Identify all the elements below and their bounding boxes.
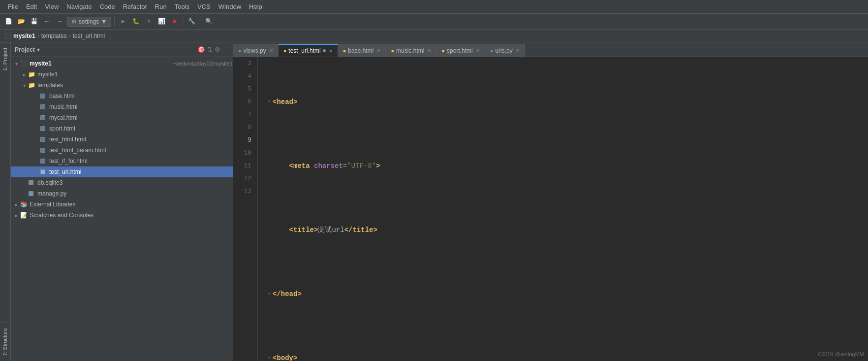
search-btn[interactable]: 🔍 (203, 16, 214, 27)
tab-project[interactable]: 1: Project (0, 42, 10, 75)
tree-item-external-libs[interactable]: ▸ 📚 External Libraries (11, 199, 233, 210)
tree-item-test-html-param[interactable]: test_html_param.html (11, 145, 233, 156)
tree-label: test_html.html (49, 136, 233, 143)
menu-run[interactable]: Run (151, 2, 171, 11)
tab-base-html[interactable]: ● base.html ✕ (338, 44, 386, 57)
tab-close-btn[interactable]: ✕ (329, 48, 333, 54)
tree-item-mysite1[interactable]: ▸ 📁 mysite1 (11, 69, 233, 80)
panel-header: Project ▾ 🎯 ⇅ ⚙ — (11, 42, 233, 57)
ln-10: 10 (237, 147, 251, 160)
run-config-btn[interactable]: ⚡ (143, 16, 154, 27)
debug-btn[interactable]: 🐛 (130, 16, 141, 27)
tree-item-templates[interactable]: ▾ 📁 templates (11, 80, 233, 91)
project-panel: Project ▾ 🎯 ⇅ ⚙ — ▾ ⬛ mysite1 ~/tedu/vip… (11, 42, 233, 361)
menu-tools[interactable]: Tools (171, 2, 193, 11)
tree-item-test-html[interactable]: test_html.html (11, 134, 233, 145)
breadcrumb-project[interactable]: ⬛ (4, 33, 11, 39)
tab-music-html[interactable]: ● music.html ✕ (386, 44, 436, 57)
tab-close-btn[interactable]: ✕ (269, 48, 273, 53)
code-editor[interactable]: 3 4 5 6 7 8 9 10 11 12 13 ▾ <head> (233, 57, 868, 361)
tab-close-btn[interactable]: ✕ (476, 48, 480, 53)
tab-close-btn[interactable]: ✕ (376, 48, 380, 53)
left-tabs: 1: Project 7: Structure (0, 42, 11, 361)
fold-arrow[interactable]: ▾ (266, 96, 273, 108)
menu-view[interactable]: View (41, 2, 62, 11)
py-tab-icon: ● (490, 48, 494, 54)
menu-code[interactable]: Code (96, 2, 119, 11)
settings-dropdown[interactable]: ⚙ settings ▼ (67, 17, 111, 27)
editor-area: ● views.py ✕ ● test_url.html ✕ ● base.ht… (233, 42, 868, 361)
tree-item-music-html[interactable]: music.html (11, 101, 233, 112)
ln-8: 8 (237, 121, 251, 134)
hide-icon[interactable]: — (222, 46, 229, 53)
stop-btn[interactable]: ■ (169, 16, 180, 27)
gear-icon[interactable]: ⚙ (215, 46, 220, 53)
fold-arrow[interactable]: ▾ (266, 288, 273, 300)
coverage-btn[interactable]: 📊 (156, 16, 167, 27)
code-line-7: ▾ <body> (266, 352, 868, 361)
tab-close-btn[interactable]: ✕ (516, 48, 520, 53)
ln-6: 6 (237, 96, 251, 108)
menu-edit[interactable]: Edit (22, 2, 41, 11)
breadcrumb: ⬛ mysite1 › templates › test_url.html (0, 30, 868, 42)
menu-refactor[interactable]: Refactor (119, 2, 151, 11)
indent5 (273, 224, 289, 236)
forward-btn[interactable]: → (54, 16, 65, 27)
tree-item-test-url-html[interactable]: test_url.html (11, 166, 233, 177)
tree-item-test-if-for[interactable]: test_if_for.html (11, 156, 233, 166)
run-btn[interactable]: ▶ (118, 16, 128, 27)
punct: = (343, 160, 347, 172)
tree-item-scratches[interactable]: ▸ 📝 Scratches and Consoles (11, 210, 233, 221)
tab-bar: ● views.py ✕ ● test_url.html ✕ ● base.ht… (233, 42, 868, 57)
vcs-btn[interactable]: 🔧 (186, 16, 197, 27)
tag-head-close: </head> (273, 288, 302, 300)
tab-structure[interactable]: 7: Structure (0, 323, 10, 361)
back-btn[interactable]: ← (41, 16, 52, 27)
tree-item-sport-html[interactable]: sport.html (11, 123, 233, 134)
breadcrumb-root[interactable]: mysite1 (13, 33, 35, 39)
tab-label: base.html (348, 47, 373, 54)
tree-item-mysite1-root[interactable]: ▾ ⬛ mysite1 ~/tedu/vip/day02/mysite1 (11, 58, 233, 69)
tab-views-py[interactable]: ● views.py ✕ (233, 44, 279, 57)
tree-label: sport.html (49, 125, 233, 132)
menu-vcs[interactable]: VCS (193, 2, 215, 11)
new-file-btn[interactable]: 📄 (3, 16, 14, 27)
py-tab-icon: ● (238, 48, 242, 54)
expand-icon[interactable]: ⇅ (207, 46, 213, 53)
tab-close-btn[interactable]: ✕ (427, 48, 431, 53)
expand-arrow: ▾ (13, 61, 20, 66)
panel-title: Project (15, 46, 35, 53)
menu-window[interactable]: Window (215, 2, 245, 11)
ln-3: 3 (237, 57, 251, 70)
code-content[interactable]: ▾ <head> <meta charset = "UTF-8" > (258, 57, 868, 361)
tag-meta: <meta (289, 160, 314, 172)
chevron-icon: ▾ (37, 46, 40, 53)
tree-item-db-sqlite3[interactable]: db.sqlite3 (11, 177, 233, 188)
tab-sport-html[interactable]: ● sport.html ✕ (436, 44, 485, 57)
tab-test-url-html[interactable]: ● test_url.html ✕ (279, 44, 338, 57)
html-icon (39, 103, 47, 111)
breadcrumb-file[interactable]: test_url.html (73, 33, 105, 39)
locate-icon[interactable]: 🎯 (197, 46, 205, 53)
tree-item-manage-py[interactable]: manage.py (11, 188, 233, 199)
tag-head: <head> (273, 96, 297, 108)
project-icon: ⬛ (20, 60, 28, 67)
fold-arrow[interactable]: ▾ (266, 352, 273, 361)
menu-help[interactable]: Help (245, 2, 266, 11)
line-numbers: 3 4 5 6 7 8 9 10 11 12 13 (233, 57, 258, 361)
tab-urls-py[interactable]: ● urls.py ✕ (485, 44, 525, 57)
tab-label: test_url.html (288, 47, 320, 54)
tab-label: sport.html (447, 47, 473, 54)
open-btn[interactable]: 📂 (16, 16, 27, 27)
tree-item-mycal-html[interactable]: mycal.html (11, 112, 233, 123)
menu-navigate[interactable]: Navigate (62, 2, 95, 11)
tree-label: manage.py (37, 190, 233, 197)
tree-label: mysite1 (30, 60, 169, 67)
menu-file[interactable]: File (4, 2, 22, 11)
save-btn[interactable]: 💾 (29, 16, 39, 27)
html-tab-icon: ● (343, 48, 346, 54)
ln-11: 11 (237, 160, 251, 172)
tree-item-base-html[interactable]: base.html (11, 91, 233, 101)
scratches-icon: 📝 (20, 211, 28, 219)
breadcrumb-templates[interactable]: templates (41, 33, 67, 39)
